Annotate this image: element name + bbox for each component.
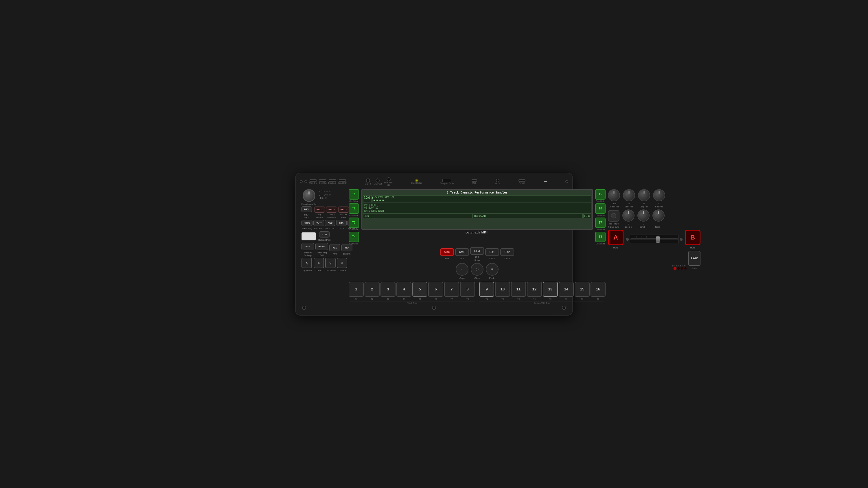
yes-btn-group: YES Arm (329, 244, 340, 255)
t2-cue-mute: T2 Cue/ Mute (349, 203, 359, 216)
lfo-button[interactable]: LFO (470, 247, 484, 255)
card-status-group: Card Status (411, 180, 422, 184)
trig1-button[interactable]: 1 (349, 282, 364, 297)
page-button[interactable]: PAGE (688, 251, 701, 266)
aed-button[interactable]: AED (325, 220, 335, 226)
crossfader-section: A Mute (608, 230, 701, 249)
trig3-button[interactable]: 3 (380, 282, 396, 297)
trig16-button[interactable]: 16 (591, 282, 606, 297)
yes-button[interactable]: YES (329, 244, 340, 251)
screen-seq-display: ►A01 SRC=STATIC 01+09 (363, 214, 591, 218)
t3-cue-mute: T3 Cue/ Mute (349, 218, 359, 231)
b-crossfade-button[interactable]: B (685, 230, 701, 245)
crossfader-slider[interactable] (630, 235, 679, 244)
trig5-button[interactable]: 5 (412, 282, 427, 297)
transport-buttons: ○ Copy ▷ Clear ■ Paste (349, 263, 606, 280)
t8-button[interactable]: T8 (595, 232, 606, 242)
c-knob[interactable] (653, 189, 665, 201)
rec1-button[interactable]: REC1 (314, 206, 325, 213)
midi-in-group: MIDI In (365, 178, 372, 185)
page-scale-section: 1:4 2:4 3:4 4:4 PAGE Scale (608, 251, 701, 270)
part-button[interactable]: PART (313, 220, 324, 226)
copy-btn-group: ○ Copy (456, 263, 468, 280)
trig-mode-down-button[interactable]: ∨ (325, 258, 336, 268)
fx2-button[interactable]: FX2 (500, 248, 514, 256)
t3-button[interactable]: T3 (349, 218, 359, 228)
trig12-button[interactable]: 12 (527, 282, 542, 297)
power-group: Power (519, 180, 525, 184)
proj-button[interactable]: PROJ (302, 220, 312, 226)
midi-sync-button[interactable]: MIDI (302, 206, 312, 212)
amp-button[interactable]: AMP (455, 248, 469, 256)
t2-button[interactable]: T2 (349, 203, 359, 214)
right-circle-port (565, 180, 568, 183)
led-int (325, 197, 327, 199)
trig14-button[interactable]: 14 (559, 282, 574, 297)
trig7-button[interactable]: 7 (444, 282, 459, 297)
tap-tempo-button[interactable] (608, 210, 619, 222)
screen-container: 8 Track Dynamic Performance Sampler 124.… (361, 189, 593, 234)
paste-button[interactable]: ■ (486, 263, 498, 276)
trig10-button[interactable]: 10 (495, 282, 510, 297)
src-button[interactable]: SRC (440, 248, 454, 256)
t-buttons-right: T5 Cue/ Mute T6 Cue/ Mute (595, 189, 606, 245)
trig-mode-up-button[interactable]: ∧ (302, 258, 312, 268)
trig9-button[interactable]: 9 (479, 282, 494, 297)
main-screen: 8 Track Dynamic Performance Sampler 124.… (361, 189, 593, 230)
a-knob-group: A Start Pos (623, 189, 635, 208)
page-led-1 (674, 267, 676, 270)
headphones-port (304, 180, 307, 183)
t1-button[interactable]: T1 (349, 189, 359, 200)
e-knob[interactable] (638, 209, 650, 222)
t4-button[interactable]: T4 (349, 232, 359, 242)
a-knob[interactable] (623, 189, 635, 201)
amp-btn-group: AMP Arp (455, 248, 469, 260)
fx1-btn-group: FX1 Ctrl 1 (485, 248, 499, 260)
trig-labels-row: Track Trigs Sample/MIDI Trigs (349, 301, 606, 304)
f-knob[interactable] (652, 209, 664, 222)
trig-buttons-row: 1 T1 2 T2 3 T3 4 T4 (349, 282, 606, 300)
copy-button[interactable]: ○ (456, 263, 468, 276)
paste-btn-group: ■ Paste (486, 263, 498, 280)
rec3-button[interactable]: REC3 (338, 206, 349, 213)
trig8-button[interactable]: 8 (460, 282, 475, 297)
main-out-group: Main Out (309, 180, 317, 184)
trig13-button[interactable]: 13 (543, 282, 558, 297)
trig15-button[interactable]: 15 (575, 282, 590, 297)
rec2-button[interactable]: REC2 (326, 206, 337, 213)
bank-button[interactable]: BANK (315, 243, 328, 250)
trig2-button[interactable]: 2 (365, 282, 380, 297)
t6-button[interactable]: T6 (595, 203, 606, 214)
white-button[interactable] (302, 232, 316, 240)
t8-cue-mute: T8 Cue/ Mute (595, 232, 606, 245)
time-minus-button[interactable]: < (314, 258, 324, 268)
midi-out-group: MIDI Out (374, 178, 382, 185)
tap-tempo-group: Tap Tempo Pickup Sync (608, 210, 619, 228)
trig11-button[interactable]: 11 (511, 282, 526, 297)
screen-text-display: Pt:1 HELLO! 05_ELOP 19 RATE RTRG RTIM (363, 203, 591, 214)
cue-button[interactable]: CUE (319, 231, 330, 237)
a-crossfade-button[interactable]: A (608, 230, 623, 245)
screen-area: T1 Cue/ Mute T2 Cue/ Mute (349, 189, 606, 245)
fx1-button[interactable]: FX1 (485, 248, 499, 256)
time-plus-button[interactable]: > (337, 258, 347, 268)
clear-button[interactable]: ▷ (471, 263, 484, 276)
headphones-vol-knob[interactable] (303, 189, 315, 202)
left-circle-port (300, 180, 303, 183)
level-knob[interactable] (608, 189, 620, 201)
trig4-button[interactable]: 4 (396, 282, 411, 297)
d-knob[interactable] (622, 209, 634, 222)
cue-out-group: Cue Out (319, 180, 327, 184)
midi-button-group: MIDI MIDI Sync (302, 206, 312, 219)
trig6-button[interactable]: 6 (428, 282, 443, 297)
right-knobs-row1: Level Cursor Pos A Start Pos B Loop Pos … (608, 189, 701, 208)
b-knob[interactable] (638, 189, 650, 201)
crossfader-thumb[interactable] (656, 236, 660, 243)
ptn-button[interactable]: PTN (302, 243, 314, 250)
t7-button[interactable]: T7 (595, 218, 606, 228)
t5-button[interactable]: T5 (595, 189, 606, 200)
page-led-4 (684, 267, 687, 270)
routing-section: A — B C — D - Int - (318, 190, 331, 199)
mix-button[interactable]: MIX (336, 220, 347, 226)
center-controls: T1 Cue/ Mute T2 Cue/ Mute (349, 189, 606, 304)
